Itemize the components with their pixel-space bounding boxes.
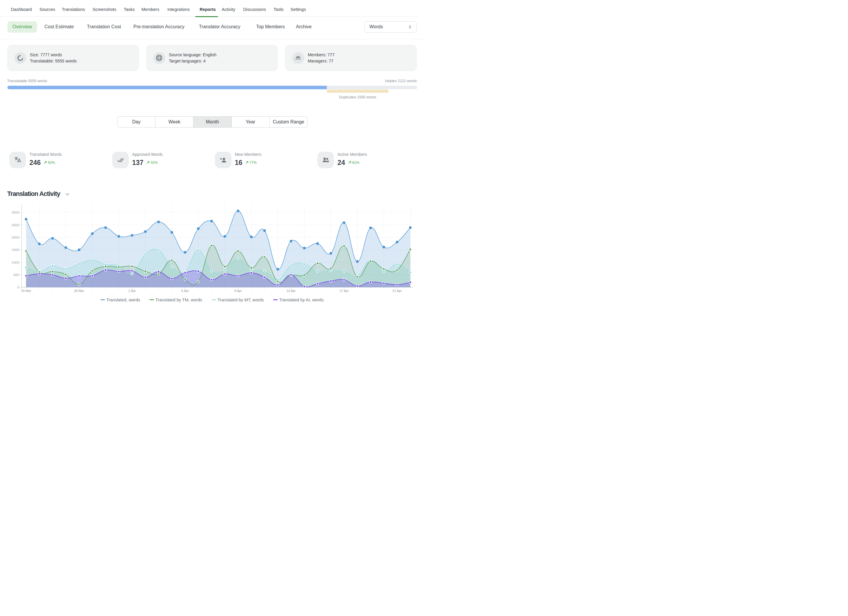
svg-text:1500: 1500	[12, 248, 19, 252]
svg-text:2000: 2000	[12, 235, 19, 239]
svg-text:21 Apr: 21 Apr	[393, 289, 402, 292]
svg-text:24 Mar: 24 Mar	[21, 289, 31, 292]
svg-text:28 Mar: 28 Mar	[74, 289, 84, 292]
svg-text:3000: 3000	[12, 210, 19, 214]
svg-text:0: 0	[17, 285, 19, 289]
svg-text:5 Apr: 5 Apr	[181, 289, 189, 292]
svg-text:9 Apr: 9 Apr	[234, 289, 242, 292]
svg-text:13 Apr: 13 Apr	[286, 289, 296, 292]
svg-text:500: 500	[13, 273, 19, 277]
svg-text:17 Apr: 17 Apr	[339, 289, 349, 292]
svg-text:2500: 2500	[12, 223, 19, 227]
svg-text:1000: 1000	[12, 260, 19, 264]
svg-text:1 Apr: 1 Apr	[128, 289, 136, 292]
